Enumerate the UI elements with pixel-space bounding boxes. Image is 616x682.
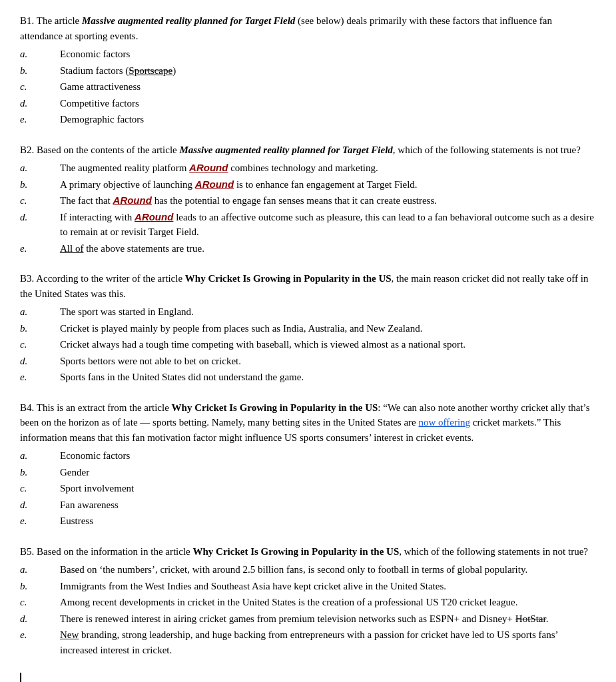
all-of-text: All of	[60, 243, 83, 254]
list-item: a. Economic factors	[20, 448, 596, 464]
list-item: b. Cricket is played mainly by people fr…	[20, 320, 596, 337]
article-title-b5: Why Cricket Is Growing in Popularity in …	[193, 546, 400, 557]
list-item: a. Based on ‘the numbers’, cricket, with…	[20, 561, 596, 578]
question-b3-text: B3. According to the writer of the artic…	[20, 271, 596, 301]
hotstar-text: HotStar	[515, 613, 546, 624]
sportscape-text: Sportscape	[129, 65, 172, 76]
list-item: e. All of the above statements are true.	[20, 240, 596, 257]
list-item: b. Immigrants from the West Indies and S…	[20, 578, 596, 595]
list-item: d. There is renewed interest in airing c…	[20, 611, 596, 627]
list-item: c. Sport involvement	[20, 480, 596, 497]
list-item: a. The sport was started in England.	[20, 304, 596, 320]
aground-logo: ARound	[195, 178, 234, 190]
options-b4: a. Economic factors b. Gender c. Sport i…	[20, 448, 596, 529]
list-item: e. Demographic factors	[20, 111, 596, 128]
cursor	[20, 673, 596, 682]
now-offering-link[interactable]: now offering	[418, 417, 470, 428]
question-b1: B1. The article Massive augmented realit…	[20, 13, 596, 128]
options-b1: a. Economic factors b. Stadium factors (…	[20, 46, 596, 128]
aground-logo: ARound	[189, 162, 228, 173]
article-title-b2: Massive augmented reality planned for Ta…	[180, 145, 393, 155]
list-item: d. Competitive factors	[20, 95, 596, 112]
list-item: d. If interacting with ARound leads to a…	[20, 209, 596, 240]
question-b4: B4. This is an extract from the article …	[20, 400, 596, 529]
aground-logo: ARound	[113, 194, 152, 206]
list-item: c. Among recent developments in cricket …	[20, 594, 596, 611]
question-b1-text: B1. The article Massive augmented realit…	[20, 13, 596, 43]
options-b2: a. The augmented reality platform ARound…	[20, 160, 596, 256]
article-title-b1: Massive augmented reality planned for Ta…	[82, 15, 295, 26]
list-item: e. New branding, strong leadership, and …	[20, 627, 596, 658]
list-item: d. Fan awareness	[20, 497, 596, 513]
list-item: b. Stadium factors (Sportscape)	[20, 63, 596, 79]
question-b5: B5. Based on the information in the arti…	[20, 544, 596, 659]
list-item: e. Eustress	[20, 513, 596, 529]
list-item: b. Gender	[20, 464, 596, 481]
text-cursor	[20, 673, 21, 682]
list-item: d. Sports bettors were not able to bet o…	[20, 353, 596, 370]
options-b5: a. Based on ‘the numbers’, cricket, with…	[20, 561, 596, 658]
question-b2-text: B2. Based on the contents of the article…	[20, 143, 596, 158]
page-content: B1. The article Massive augmented realit…	[20, 13, 596, 682]
options-b3: a. The sport was started in England. b. …	[20, 304, 596, 386]
list-item: b. A primary objective of launching ARou…	[20, 176, 596, 193]
question-b4-text: B4. This is an extract from the article …	[20, 400, 596, 446]
list-item: c. Game attractiveness	[20, 79, 596, 95]
list-item: e. Sports fans in the United States did …	[20, 369, 596, 386]
question-b3: B3. According to the writer of the artic…	[20, 271, 596, 386]
list-item: a. The augmented reality platform ARound…	[20, 160, 596, 176]
article-title-b3: Why Cricket Is Growing in Popularity in …	[185, 273, 392, 284]
question-b5-text: B5. Based on the information in the arti…	[20, 544, 596, 559]
list-item: a. Economic factors	[20, 46, 596, 63]
article-title-b4: Why Cricket Is Growing in Popularity in …	[172, 402, 378, 413]
question-b2: B2. Based on the contents of the article…	[20, 143, 596, 257]
list-item: c. The fact that ARound has the potentia…	[20, 192, 596, 209]
new-underline-text: New	[60, 629, 79, 640]
list-item: c. Cricket always had a tough time compe…	[20, 336, 596, 353]
aground-logo: ARound	[135, 211, 173, 222]
